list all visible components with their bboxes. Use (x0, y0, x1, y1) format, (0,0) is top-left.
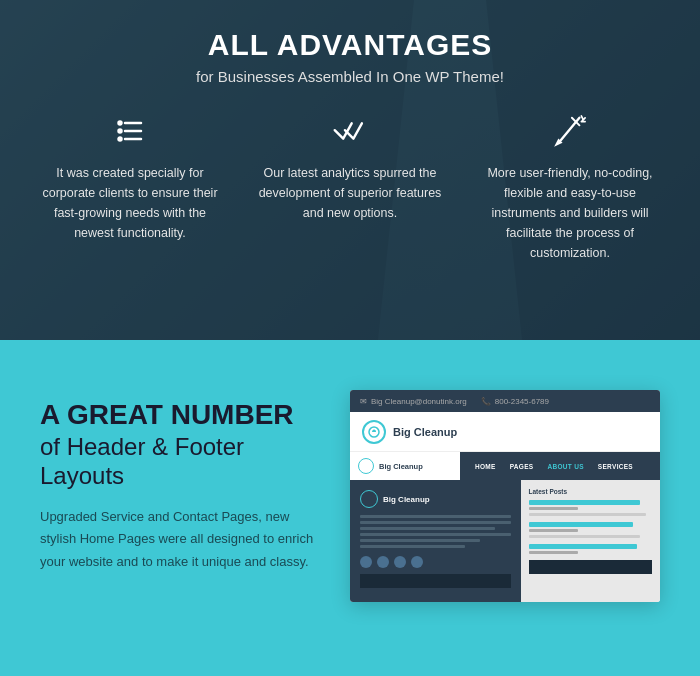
bottom-left: A GREAT NUMBER of Header & Footer Layout… (40, 390, 320, 573)
feature-text-1: It was created specially for corporate c… (38, 163, 222, 243)
preview-nav-services: SERVICES (591, 463, 640, 470)
preview-right-footer-bar (529, 560, 653, 574)
text-line-5 (360, 539, 480, 542)
preview-card-text-lines (360, 515, 511, 548)
preview-icons-row (360, 556, 511, 568)
text-line-2 (360, 521, 511, 524)
preview-nav-pages: PAGES (503, 463, 541, 470)
preview-nav-about: ABOUT US (540, 463, 590, 470)
preview-post-3-title (529, 544, 638, 549)
hero-section: ALL ADVANTAGES for Businesses Assembled … (0, 0, 700, 340)
bottom-title-sub: of Header & Footer Layouts (40, 433, 320, 491)
preview-topbar: ✉ Big Cleanup@donutink.org 📞 800-2345-67… (350, 390, 660, 412)
preview-logo-text: Big Cleanup (393, 426, 457, 438)
preview-post-2-date (529, 529, 578, 532)
preview-card-logo-circle (360, 490, 378, 508)
svg-point-4 (119, 130, 122, 133)
hero-subtitle: for Businesses Assembled In One WP Theme… (196, 68, 504, 85)
bottom-right: ✉ Big Cleanup@donutink.org 📞 800-2345-67… (350, 390, 660, 602)
feature-col-2: Our latest analytics spurred the develop… (240, 113, 460, 263)
preview-nav-logo-area: Big Cleanup (350, 452, 460, 480)
preview-social-icon-3 (394, 556, 406, 568)
bottom-section: A GREAT NUMBER of Header & Footer Layout… (0, 340, 700, 676)
preview-post-1-text-1 (529, 513, 646, 516)
text-line-4 (360, 533, 511, 536)
bottom-title-main: A GREAT NUMBER (40, 400, 320, 431)
preview-right-title: Latest Posts (529, 488, 653, 495)
preview-nav-home: HOME (468, 463, 503, 470)
svg-point-3 (119, 122, 122, 125)
features-row: It was created specially for corporate c… (0, 113, 700, 263)
preview-post-2 (529, 522, 653, 538)
preview-social-icon-1 (360, 556, 372, 568)
preview-phone: 📞 800-2345-6789 (481, 397, 549, 406)
preview-nav-logo-circle (358, 458, 374, 474)
hero-title: ALL ADVANTAGES (208, 28, 493, 62)
feature-col-3: More user-friendly, no-coding, flexible … (460, 113, 680, 263)
bottom-description: Upgraded Service and Contact Pages, new … (40, 506, 320, 572)
text-line-6 (360, 545, 465, 548)
preview-post-1-date (529, 507, 578, 510)
preview-card-logo-row: Big Cleanup (360, 490, 511, 508)
preview-post-1 (529, 500, 653, 516)
feature-col-1: It was created specially for corporate c… (20, 113, 240, 263)
svg-point-5 (119, 138, 122, 141)
preview-header: Big Cleanup (350, 412, 660, 452)
preview-post-3 (529, 544, 653, 554)
feature-text-2: Our latest analytics spurred the develop… (258, 163, 442, 223)
preview-nav: Big Cleanup HOME PAGES ABOUT US SERVICES (350, 452, 660, 480)
preview-nav-logo-txt: Big Cleanup (379, 462, 423, 471)
preview-post-3-date (529, 551, 578, 554)
preview-left-footer-bar (360, 574, 511, 588)
preview-left-card: Big Cleanup (350, 480, 521, 602)
wand-icon (553, 113, 587, 149)
preview-nav-items: HOME PAGES ABOUT US SERVICES (460, 463, 660, 470)
preview-email: ✉ Big Cleanup@donutink.org (360, 397, 467, 406)
list-icon (113, 113, 147, 149)
preview-card-logo-txt: Big Cleanup (383, 495, 430, 504)
text-line-3 (360, 527, 495, 530)
preview-right-card: Latest Posts (521, 480, 661, 602)
check-icon (333, 113, 367, 149)
svg-marker-11 (557, 140, 561, 144)
hero-content: ALL ADVANTAGES for Businesses Assembled … (0, 0, 700, 263)
preview-post-2-title (529, 522, 634, 527)
preview-logo-circle (362, 420, 386, 444)
text-line-1 (360, 515, 511, 518)
preview-social-icon-4 (411, 556, 423, 568)
preview-social-icon-2 (377, 556, 389, 568)
feature-text-3: More user-friendly, no-coding, flexible … (478, 163, 662, 263)
preview-post-2-text-1 (529, 535, 640, 538)
preview-post-1-title (529, 500, 640, 505)
site-preview: ✉ Big Cleanup@donutink.org 📞 800-2345-67… (350, 390, 660, 602)
preview-content-row: Big Cleanup (350, 480, 660, 602)
